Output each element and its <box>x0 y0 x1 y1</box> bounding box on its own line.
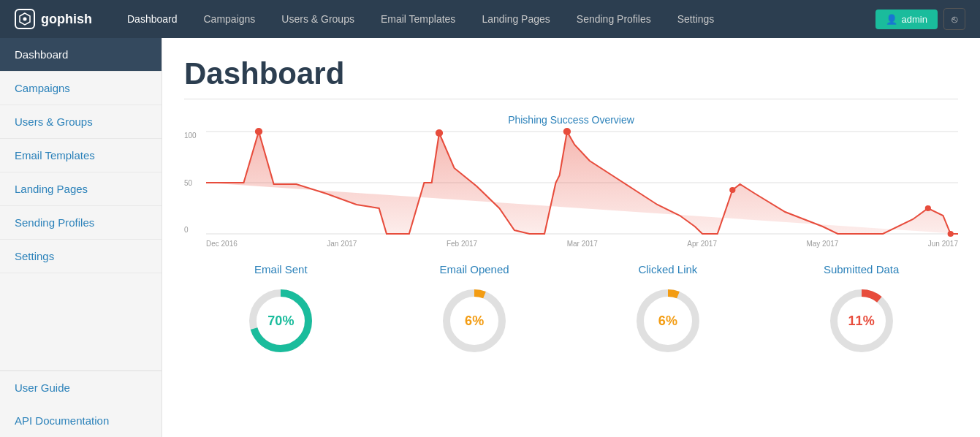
admin-button[interactable]: 👤 admin <box>875 10 938 29</box>
logout-button[interactable]: ⎋ <box>943 8 965 30</box>
donut-clicked-link: 6% <box>631 284 704 357</box>
nav-item-users-groups[interactable]: Users & Groups <box>268 0 368 38</box>
y-axis-labels: 100 50 0 <box>184 132 206 248</box>
x-label-may2017: May 2017 <box>806 240 838 248</box>
svg-point-9 <box>948 231 954 237</box>
chart-container: Phishing Success Overview 100 50 0 <box>184 114 958 248</box>
svg-point-5 <box>436 129 443 137</box>
donut-email-opened: 6% <box>438 284 511 357</box>
nav-item-settings[interactable]: Settings <box>664 0 728 38</box>
sidebar: Dashboard Campaigns Users & Groups Email… <box>0 38 162 437</box>
sidebar-item-email-templates[interactable]: Email Templates <box>0 139 162 172</box>
stat-title-clicked-link: Clicked Link <box>638 263 697 276</box>
svg-point-6 <box>563 128 571 135</box>
main-nav: Dashboard Campaigns Users & Groups Email… <box>114 0 875 38</box>
page-title: Dashboard <box>184 56 958 91</box>
stats-row: Email Sent 70% Email Opened <box>184 263 958 357</box>
svg-point-8 <box>925 205 931 211</box>
x-label-mar2017: Mar 2017 <box>567 240 598 248</box>
nav-item-sending-profiles[interactable]: Sending Profiles <box>563 0 664 38</box>
brand-name: gophish <box>41 12 92 27</box>
chart-title: Phishing Success Overview <box>184 114 958 126</box>
x-label-apr2017: Apr 2017 <box>687 240 717 248</box>
stat-clicked-link: Clicked Link 6% <box>571 263 765 357</box>
x-axis-labels: Dec 2016 Jan 2017 Feb 2017 Mar 2017 Apr … <box>206 237 958 248</box>
sidebar-item-users-groups[interactable]: Users & Groups <box>0 105 162 139</box>
donut-email-sent: 70% <box>244 284 317 357</box>
stat-title-email-sent: Email Sent <box>254 263 308 276</box>
nav-item-email-templates[interactable]: Email Templates <box>368 0 468 38</box>
sidebar-item-settings[interactable]: Settings <box>0 240 162 273</box>
y-label-0: 0 <box>184 226 206 234</box>
divider <box>184 99 958 99</box>
donut-value-clicked-link: 6% <box>658 314 677 329</box>
svg-point-7 <box>729 187 735 193</box>
stat-title-submitted-data: Submitted Data <box>824 263 899 276</box>
donut-submitted-data: 11% <box>825 284 898 357</box>
brand-logo[interactable]: gophish <box>15 9 92 29</box>
donut-value-submitted-data: 11% <box>848 314 875 329</box>
admin-label: admin <box>902 14 927 25</box>
sidebar-item-dashboard[interactable]: Dashboard <box>0 38 162 72</box>
x-label-feb2017: Feb 2017 <box>447 240 477 248</box>
y-label-100: 100 <box>184 132 206 140</box>
donut-value-email-opened: 6% <box>465 314 484 329</box>
main-content: Dashboard Phishing Success Overview 100 … <box>162 38 980 437</box>
sidebar-item-sending-profiles[interactable]: Sending Profiles <box>0 206 162 240</box>
x-label-jan2017: Jan 2017 <box>327 240 357 248</box>
sidebar-item-landing-pages[interactable]: Landing Pages <box>0 172 162 206</box>
sidebar-spacer <box>0 273 162 370</box>
svg-point-0 <box>23 18 27 21</box>
brand-icon <box>15 9 35 29</box>
sidebar-item-campaigns[interactable]: Campaigns <box>0 72 162 105</box>
stat-email-sent: Email Sent 70% <box>184 263 378 357</box>
sidebar-item-user-guide[interactable]: User Guide <box>0 371 162 404</box>
y-label-50: 50 <box>184 179 206 187</box>
svg-point-4 <box>255 128 262 135</box>
user-icon: 👤 <box>886 14 897 25</box>
line-chart-svg <box>206 132 958 234</box>
chart-wrapper: 100 50 0 <box>184 132 958 248</box>
navbar-right: 👤 admin ⎋ <box>875 8 965 30</box>
sidebar-item-api-docs[interactable]: API Documentation <box>0 404 162 437</box>
sidebar-bottom: User Guide API Documentation <box>0 370 162 437</box>
stat-email-opened: Email Opened 6% <box>378 263 571 357</box>
nav-item-dashboard[interactable]: Dashboard <box>114 0 191 38</box>
chart-svg: Dec 2016 Jan 2017 Feb 2017 Mar 2017 Apr … <box>206 132 958 248</box>
nav-item-campaigns[interactable]: Campaigns <box>191 0 269 38</box>
nav-item-landing-pages[interactable]: Landing Pages <box>468 0 563 38</box>
stat-title-email-opened: Email Opened <box>440 263 509 276</box>
x-label-jun2017: Jun 2017 <box>928 240 958 248</box>
x-label-dec2016: Dec 2016 <box>206 240 238 248</box>
navbar: gophish Dashboard Campaigns Users & Grou… <box>0 0 980 38</box>
main-layout: Dashboard Campaigns Users & Groups Email… <box>0 38 980 437</box>
donut-value-email-sent: 70% <box>267 314 294 329</box>
stat-submitted-data: Submitted Data 11% <box>764 263 958 357</box>
